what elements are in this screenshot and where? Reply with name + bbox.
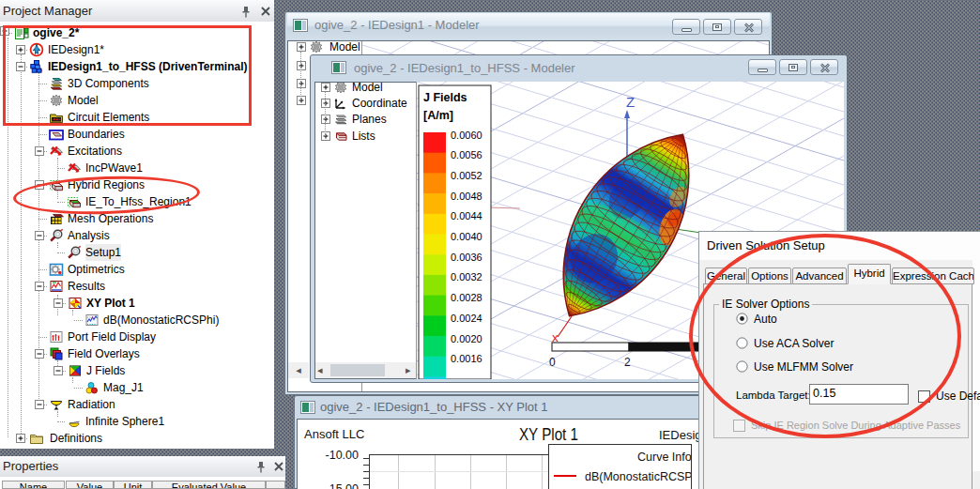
svg-text:2: 2: [624, 356, 631, 369]
svg-text:0.0036: 0.0036: [451, 252, 482, 263]
svg-text:[A/m]: [A/m]: [423, 109, 453, 122]
svg-text:0.0032: 0.0032: [451, 271, 482, 283]
svg-text:0.0044: 0.0044: [451, 210, 482, 222]
svg-text:0.0048: 0.0048: [451, 191, 482, 202]
svg-text:0.0016: 0.0016: [451, 353, 482, 364]
svg-text:0.0028: 0.0028: [451, 292, 482, 303]
svg-text:0: 0: [549, 356, 556, 369]
svg-text:0.0052: 0.0052: [451, 170, 482, 181]
svg-text:0.0056: 0.0056: [451, 149, 482, 160]
svg-text:0.0060: 0.0060: [451, 130, 482, 141]
svg-text:0.0020: 0.0020: [451, 333, 482, 344]
svg-text:0.0040: 0.0040: [451, 231, 482, 242]
svg-text:J Fields: J Fields: [423, 91, 467, 104]
svg-text:Z: Z: [626, 94, 635, 110]
svg-text:0.0024: 0.0024: [451, 313, 482, 324]
